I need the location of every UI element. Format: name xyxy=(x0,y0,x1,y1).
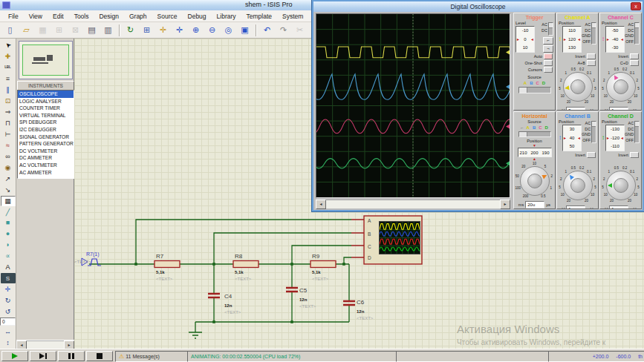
position-adjust-arrows-icon[interactable]: ↕ xyxy=(602,135,605,141)
gain-value[interactable]: 5 xyxy=(566,107,585,111)
open-icon[interactable]: ▱ xyxy=(19,23,34,38)
trigger-coupling-slider[interactable] xyxy=(548,22,553,36)
capacitor-c5[interactable]: C5 12n <TEXT> xyxy=(286,287,316,309)
new-file-icon[interactable]: ▯ xyxy=(2,23,18,38)
text-2d-icon[interactable]: A xyxy=(1,262,16,272)
position-display[interactable]: ► -50 -40 -30 ◄ xyxy=(605,26,625,53)
virtual-instrument-icon[interactable]: ▦ xyxy=(1,196,16,206)
trigger-edge-falling-button[interactable]: ¬ xyxy=(543,45,553,53)
resistor-r7[interactable]: R7 5,1k <TEXT> xyxy=(155,253,180,281)
invert-button[interactable] xyxy=(630,152,639,158)
path-2d-icon[interactable]: ∝ xyxy=(1,251,16,261)
capacitor-c4[interactable]: C4 12n <TEXT> xyxy=(208,293,241,315)
scroll-right-icon[interactable]: ▸ xyxy=(500,200,510,209)
origin-icon[interactable]: ✛ xyxy=(155,23,171,38)
menu-system[interactable]: System xyxy=(277,11,308,22)
pulse-source[interactable]: R7(1) <TEXT> xyxy=(74,251,101,266)
instrument-item-signal-generator[interactable]: SIGNAL GENERATOR xyxy=(18,134,74,141)
menu-source[interactable]: Source xyxy=(152,11,183,22)
gain-value[interactable]: 1 xyxy=(566,205,585,209)
oscilloscope-title-bar[interactable]: Digital Oscilloscope x xyxy=(313,1,643,12)
position-adjust-arrows-icon[interactable]: ↕ xyxy=(559,135,562,141)
coupling-slider[interactable] xyxy=(634,22,640,45)
import-icon[interactable]: ⊞ xyxy=(51,23,67,38)
gain-knob[interactable]: 20105210.50.20.1251020 xyxy=(601,165,641,205)
stop-button[interactable] xyxy=(86,351,113,361)
instrument-item-virtual-terminal[interactable]: VIRTUAL TERMINAL xyxy=(18,112,74,119)
menu-view[interactable]: View xyxy=(24,11,48,22)
instrument-item-counter-timer[interactable]: COUNTER TIMER xyxy=(18,105,74,112)
arc-2d-icon[interactable]: ◗ xyxy=(1,240,16,250)
instrument-item-oscilloscope[interactable]: OSCILLOSCOPE xyxy=(18,90,74,98)
play-button[interactable] xyxy=(1,351,28,361)
position-display[interactable]: ► 30 40 50 ◄ xyxy=(562,125,582,151)
mark-output-icon[interactable]: ▥ xyxy=(100,23,116,38)
tape-recorder-icon[interactable]: ∞ xyxy=(1,151,16,162)
one-shot-button[interactable] xyxy=(544,60,553,66)
current-probe-icon[interactable]: ↘ xyxy=(1,185,16,195)
rotation-angle-input[interactable]: 0 xyxy=(0,317,16,326)
print-icon[interactable]: ▤ xyxy=(84,23,100,38)
generator-mode-icon[interactable]: ◉ xyxy=(1,162,16,173)
gain-value[interactable]: 1 xyxy=(609,205,628,209)
symbol-2d-icon[interactable]: S xyxy=(1,273,16,283)
scroll-track[interactable] xyxy=(326,200,500,208)
position-display[interactable]: ► 110 120 130 ◄ xyxy=(562,26,582,53)
zoom-out-icon[interactable]: ⊖ xyxy=(204,23,220,38)
invert-button[interactable] xyxy=(630,53,639,59)
position-display[interactable]: ► -130 -120 -110 ◄ xyxy=(605,125,625,151)
component-mode-icon[interactable]: ⇒ xyxy=(1,107,16,117)
menu-graph[interactable]: Graph xyxy=(124,11,152,22)
zoom-in-icon[interactable]: ⊕ xyxy=(188,23,204,38)
timebase-knob[interactable]: 2001005020105210.5 xyxy=(515,161,555,201)
sum-button[interactable] xyxy=(587,60,596,66)
flip-vertical-icon[interactable]: ↕ xyxy=(1,338,16,348)
pan-icon[interactable]: ✛ xyxy=(172,23,187,38)
gain-knob[interactable]: 20105210.50.20.1251020 xyxy=(558,67,598,107)
line-2d-icon[interactable]: ╱ xyxy=(1,207,16,217)
undo-icon[interactable]: ↶ xyxy=(259,23,275,38)
circle-2d-icon[interactable]: ● xyxy=(1,228,16,239)
pause-button[interactable] xyxy=(58,351,85,361)
instrument-item-ac-ammeter[interactable]: AC AMMETER xyxy=(18,169,74,177)
graph-mode-icon[interactable]: ≈ xyxy=(1,140,16,151)
instrument-item-ac-voltmeter[interactable]: AC VOLTMETER xyxy=(18,162,74,169)
export-icon[interactable]: ⊠ xyxy=(68,23,83,38)
close-icon[interactable]: x xyxy=(631,2,641,10)
gain-value[interactable]: 1 xyxy=(609,107,628,111)
gain-knob[interactable]: 20105210.50.20.1251020 xyxy=(601,67,641,107)
menu-edit[interactable]: Edit xyxy=(48,11,69,22)
menu-debug[interactable]: Debug xyxy=(183,11,212,22)
oscilloscope-scrollbar[interactable]: ◂ ▸ xyxy=(316,200,510,208)
schematic-overview[interactable] xyxy=(19,41,73,79)
menu-library[interactable]: Library xyxy=(212,11,241,22)
menu-design[interactable]: Design xyxy=(94,11,123,22)
capacitor-c6[interactable]: C6 12n <TEXT> xyxy=(343,299,374,320)
auto-button[interactable] xyxy=(544,53,553,59)
script-icon[interactable]: ≡ xyxy=(1,73,16,84)
flip-horizontal-icon[interactable]: ↔ xyxy=(1,326,16,337)
menu-tools[interactable]: Tools xyxy=(69,11,94,22)
device-pin-icon[interactable]: ⊢ xyxy=(1,129,16,139)
coupling-slider[interactable] xyxy=(591,121,596,143)
resistor-r8[interactable]: R8 5,1k <TEXT> xyxy=(233,253,258,281)
instrument-item-dc-ammeter[interactable]: DC AMMETER xyxy=(18,154,74,162)
resistor-r9[interactable]: R9 5,1k <TEXT> xyxy=(310,253,336,281)
redraw-icon[interactable]: ↻ xyxy=(123,23,138,38)
gain-knob[interactable]: 20105210.50.20.1251020 xyxy=(558,165,598,205)
sum-button[interactable] xyxy=(630,60,639,66)
instrument-item-spi-debugger[interactable]: SPI DEBUGGER xyxy=(18,119,74,126)
menu-file[interactable]: File xyxy=(3,11,24,22)
coupling-slider[interactable] xyxy=(634,121,640,143)
message-counter[interactable]: ⚠11 Message(s) xyxy=(115,351,188,362)
cut-icon[interactable]: ✂ xyxy=(292,23,308,38)
rotate-cw-icon[interactable]: ↻ xyxy=(1,295,16,306)
invert-button[interactable] xyxy=(587,152,596,158)
save-icon[interactable]: ▦ xyxy=(35,23,51,38)
horizontal-source-slider[interactable] xyxy=(518,131,551,137)
instrument-item-pattern-generator[interactable]: PATTERN GENERATOR xyxy=(18,140,74,148)
trigger-edge-rising-button[interactable]: ⌐ xyxy=(543,37,553,45)
zoom-area-icon[interactable]: ▣ xyxy=(237,23,253,38)
voltage-probe-icon[interactable]: ↗ xyxy=(1,174,16,184)
terminal-mode-icon[interactable]: ⊓ xyxy=(1,118,16,128)
